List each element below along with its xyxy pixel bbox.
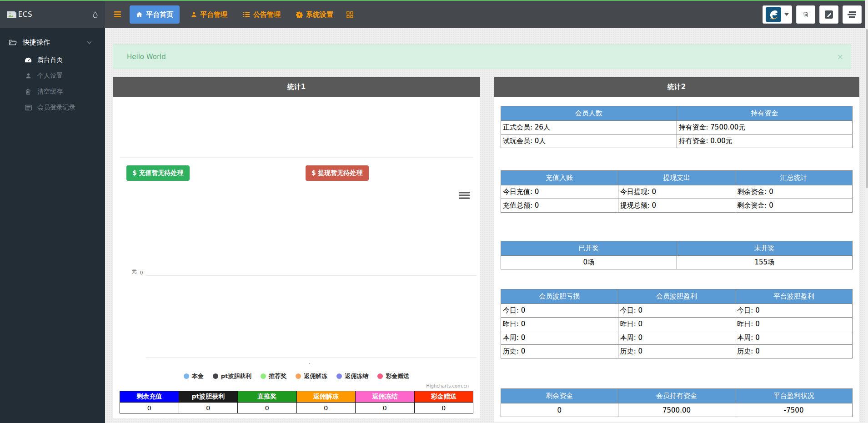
sidebar-item-backend-home[interactable]: 后台首页 [0,52,105,68]
dashboard-icon [24,57,33,63]
panel1-body: $ 充值暂无待处理 $ 提现暂无待处理 元 0 . 本金pt波胆获利推荐奖返佣解… [113,97,480,419]
sidebar-item-clear-cache[interactable]: 清空缓存 [0,84,105,100]
nav-label: 系统设置 [306,10,333,19]
stats-panel-2: 统计2 会员人数持有资金正式会员: 26人持有资金: 7500.00元试玩会员:… [494,77,859,422]
table-cell: 历史: 0 [735,345,853,358]
caret-down-icon [784,13,789,16]
alert-close-icon[interactable]: × [837,53,843,60]
table-header-cell: 提现支出 [618,171,735,185]
summary-value-cell: 0 [356,403,415,413]
table-cell: 持有资金: 0.00元 [677,134,853,148]
trash-icon [803,11,808,18]
sidebar-item-label: 个人设置 [37,72,63,80]
table-cell: 0场 [501,256,677,269]
legend-label: 推荐奖 [269,372,286,380]
bodan-profit-table: 会员波胆亏损会员波胆盈利平台波胆盈利今日: 0今日: 0今日: 0昨日: 0昨日… [501,289,853,358]
tab-platform-home[interactable]: 平台首页 [130,5,180,24]
list-menu-button[interactable] [843,5,862,24]
brand-text: ECS [18,10,32,19]
deposit-withdraw-table: 充值入账提现支出汇总统计今日充值: 0今日提现: 0剩余资金: 0充值总额: 0… [501,170,853,213]
table-cell: 试玩会员: 0人 [501,134,677,148]
table-header-row: 已开奖未开奖 [501,241,853,256]
sidebar-section-quick-actions[interactable]: 快捷操作 [0,28,105,52]
chart-x-axis [146,358,477,358]
deposit-pending-button[interactable]: $ 充值暂无待处理 [126,165,190,181]
trash-button[interactable] [796,5,815,24]
legend-item[interactable]: 彩金赠送 [377,372,409,380]
content-area: Hello World × 统计1 $ 充值暂无待处理 $ 提现暂无待处理 元 … [105,28,865,423]
table-cell: 充值总额: 0 [501,199,618,213]
sidebar-item-member-login-log[interactable]: 会员登录记录 [0,100,105,115]
summary-header-cell: 返佣冻结 [356,391,415,403]
table-header-row: 剩余资金会员持有资金平台盈利状况 [501,389,853,403]
table-header-cell: 持有资金 [677,106,853,121]
legend-label: 彩金赠送 [386,372,409,380]
table-cell: 提现总额: 0 [618,199,735,213]
table-cell: 0 [501,403,618,417]
legend-marker [296,373,301,379]
legend-marker [213,373,218,379]
table-cell: 正式会员: 26人 [501,121,677,134]
stats-panel-1: 统计1 $ 充值暂无待处理 $ 提现暂无待处理 元 0 . 本金pt波胆获利推荐… [113,77,480,419]
table-header-row: 会员波胆亏损会员波胆盈利平台波胆盈利 [501,289,853,304]
table-header-cell: 充值入账 [501,171,618,185]
summary-value-cell: 0 [238,403,297,413]
lottery-draw-table: 已开奖未开奖0场155场 [501,241,853,269]
table-cell: 持有资金: 7500.00元 [677,121,853,134]
panel1-title: 统计1 [113,77,480,97]
table-cell: 昨日: 0 [735,318,853,331]
chart-y-tick-label: 0 [140,270,143,275]
sidebar-toggle-button[interactable] [114,11,121,18]
table-cell: 剩余资金: 0 [735,199,853,213]
apps-grid-button[interactable] [345,5,355,24]
sidebar-item-profile-settings[interactable]: 个人设置 [0,68,105,84]
success-alert: Hello World × [113,44,851,69]
table-header-row: 会员人数持有资金 [501,106,853,121]
apps-grid-icon [346,11,353,18]
table-row: 本周: 0本周: 0本周: 0 [501,331,853,345]
legend-label: pt波胆获利 [221,372,252,380]
legend-item[interactable]: 推荐奖 [261,372,286,380]
broken-image-icon [7,11,16,18]
folder-open-icon [9,40,17,45]
sidebar-item-label: 后台首页 [37,56,63,64]
sidebar-section-label: 快捷操作 [23,38,50,47]
table-cell: 剩余资金: 0 [735,185,853,199]
tab-platform-manage[interactable]: 平台管理 [187,5,231,24]
table-header-cell: 汇总统计 [735,171,853,185]
platform-funds-table: 剩余资金会员持有资金平台盈利状况07500.00-7500 [501,388,853,417]
table-cell: 历史: 0 [501,345,618,358]
legend-item[interactable]: 返佣冻结 [336,372,368,380]
legend-item[interactable]: 本金 [184,372,204,380]
fish-logo-icon [766,7,781,22]
withdraw-pending-button[interactable]: $ 提现暂无待处理 [306,165,369,181]
top-navbar: ECS 平台首页平台管理公告管理系统设置 [0,1,868,28]
table-header-cell: 会员波胆盈利 [618,289,735,304]
chart-context-menu-icon[interactable] [459,191,470,199]
table-cell: 历史: 0 [618,345,735,358]
legend-marker [336,373,342,379]
legend-item[interactable]: pt波胆获利 [213,372,252,380]
table-header-cell: 会员人数 [501,106,677,121]
calendar-icon [24,105,33,110]
table-cell: 本周: 0 [618,331,735,345]
nav-label: 平台管理 [200,10,227,19]
scrollbar-thumb[interactable] [866,29,868,188]
user-icon [24,73,33,79]
nav-label: 平台首页 [146,10,173,19]
table-cell: 本周: 0 [501,331,618,345]
summary-value-cell: 0 [120,403,179,413]
app-logo[interactable]: ECS [0,1,105,28]
vertical-scrollbar[interactable] [865,0,868,423]
panel2-body: 会员人数持有资金正式会员: 26人持有资金: 7500.00元试玩会员: 0人持… [494,97,859,422]
panel1-summary-table: 剩余充值pt波胆获利直推奖返佣解冻返佣冻结彩金赠送000000 [120,391,473,413]
tab-announcement-manage[interactable]: 公告管理 [239,5,285,24]
table-cell: 昨日: 0 [618,318,735,331]
table-cell: 今日提现: 0 [618,185,735,199]
summary-header-row: 剩余充值pt波胆获利直推奖返佣解冻返佣冻结彩金赠送 [120,391,473,403]
chart-credits[interactable]: Highcharts.com.cn [426,383,469,388]
tab-system-settings[interactable]: 系统设置 [292,5,337,24]
brand-menu-button[interactable] [763,5,792,24]
legend-item[interactable]: 返佣解冻 [296,372,327,380]
edit-button[interactable] [819,5,838,24]
